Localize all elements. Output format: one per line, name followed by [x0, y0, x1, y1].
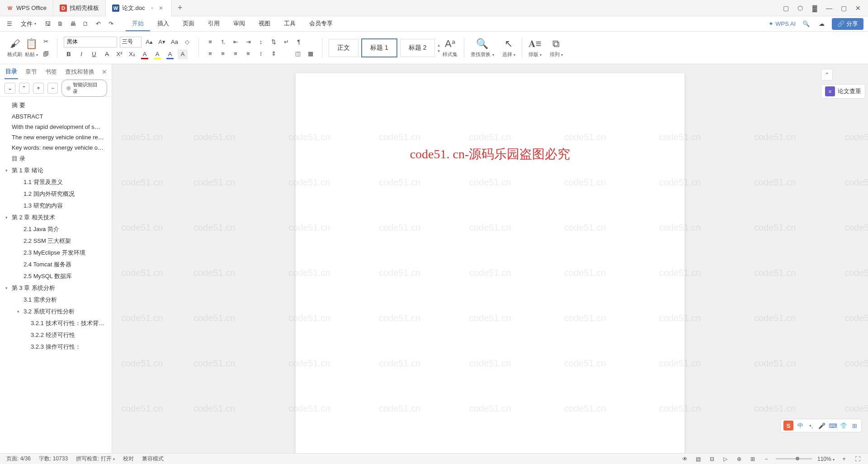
smart-toc-button[interactable]: ◎ 智能识别目录 — [61, 80, 107, 97]
paste-icon[interactable]: 📋 — [25, 38, 38, 50]
toc-item[interactable]: ▾第 2 章 相关技术 — [0, 212, 112, 223]
compat-mode[interactable]: 兼容模式 — [142, 455, 164, 463]
highlight-button[interactable]: A — [152, 49, 162, 59]
toc-item[interactable]: 3.2.1 技术可行性：技术背景 … — [0, 317, 112, 329]
text-effect-button[interactable]: A — [165, 49, 175, 59]
minimize-button[interactable]: — — [825, 4, 834, 13]
word-count[interactable]: 字数: 10733 — [39, 455, 68, 463]
ime-toolbar[interactable]: S 中 •, 🎤 ⌨ 👕 ⊞ — [780, 419, 862, 432]
toc-item[interactable]: ▾第 1 章 绪论 — [0, 165, 112, 176]
cloud-icon[interactable]: ☁ — [816, 19, 826, 29]
style-scroll-down[interactable]: ▾ — [438, 48, 440, 53]
grid-view-icon[interactable]: ⊞ — [749, 455, 757, 463]
toc-item[interactable]: ABSTRACT — [0, 111, 112, 122]
toc-item[interactable]: 2.2 SSM 三大框架 — [0, 235, 112, 247]
italic-button[interactable]: I — [76, 49, 86, 59]
tab-restore-icon[interactable]: ▫ — [151, 5, 154, 11]
toc-item[interactable]: 摘 要 — [0, 99, 112, 111]
subscript-button[interactable]: X₂ — [127, 49, 137, 59]
style-heading-2[interactable]: 标题 2 — [400, 39, 435, 57]
toc-item[interactable]: 1.2 国内外研究概况 — [0, 188, 112, 200]
ime-keyboard-icon[interactable]: ⌨ — [829, 421, 837, 430]
hamburger-icon[interactable]: ☰ — [5, 19, 14, 29]
proof-status[interactable]: 校对 — [123, 455, 134, 463]
line-spacing-icon[interactable]: ⇕ — [269, 49, 278, 59]
ime-skin-icon[interactable]: 👕 — [840, 421, 848, 430]
distribute-icon[interactable]: ⫶ — [256, 49, 266, 59]
redo-icon[interactable]: ↷ — [106, 19, 116, 29]
toc-item[interactable]: 1.1 背景及意义 — [0, 176, 112, 188]
sort-icon[interactable]: ⇅ — [269, 37, 278, 47]
style-heading-1[interactable]: 标题 1 — [361, 38, 397, 57]
text-direction-icon[interactable]: ↕ — [256, 37, 266, 47]
zoom-out-button[interactable]: − — [762, 455, 770, 463]
plagiarism-check-button[interactable]: ≡ 论文查重 — [821, 84, 865, 99]
decrease-font-icon[interactable]: A▾ — [157, 37, 167, 47]
toc-item[interactable]: Key words: new energy vehicle o… — [0, 142, 112, 153]
line-break-icon[interactable]: ↵ — [281, 37, 291, 47]
style-body[interactable]: 正文 — [329, 39, 359, 57]
bullet-list-icon[interactable]: ≡ — [205, 37, 215, 47]
collapse-up-button[interactable]: ⌃ — [19, 83, 30, 94]
menu-tab-会员专享[interactable]: 会员专享 — [303, 17, 339, 31]
add-toc-button[interactable]: + — [33, 83, 44, 94]
show-marks-icon[interactable]: ¶ — [294, 37, 304, 47]
arrange-icon[interactable]: ⧉ — [550, 38, 562, 50]
styles-icon[interactable]: Aᵃ — [444, 38, 457, 50]
eye-icon[interactable]: 👁 — [681, 455, 689, 463]
export-icon[interactable]: 🗎 — [55, 19, 65, 29]
close-tab-icon[interactable]: ✕ — [159, 5, 165, 11]
align-center-icon[interactable]: ≡ — [218, 49, 228, 59]
find-replace-icon[interactable]: 🔍 — [476, 38, 489, 50]
style-scroll-up[interactable]: ▴ — [438, 43, 440, 47]
print-icon[interactable]: 🖶 — [68, 19, 78, 29]
toc-item[interactable]: The new energy vehicle online re… — [0, 132, 112, 142]
align-left-icon[interactable]: ≡ — [205, 49, 215, 59]
toc-item[interactable]: 2.4 Tomcat 服务器 — [0, 259, 112, 270]
fullscreen-icon[interactable]: ⛶ — [854, 455, 862, 463]
expand-right-icon[interactable]: ⌃ — [821, 69, 833, 80]
search-icon[interactable]: 🔍 — [801, 19, 811, 29]
undo-icon[interactable]: ↶ — [93, 19, 103, 29]
decrease-indent-icon[interactable]: ⇤ — [231, 37, 241, 47]
sidebar-tab-目录[interactable]: 目录 — [5, 65, 18, 79]
print-preview-icon[interactable]: 🗋 — [80, 19, 90, 29]
menu-tab-开始[interactable]: 开始 — [126, 17, 150, 31]
tab-wps-office[interactable]: WWPS Office — [0, 0, 53, 16]
chevron-down-icon[interactable]: ▾ — [5, 168, 12, 173]
zoom-level[interactable]: 110% ▾ — [817, 456, 835, 462]
file-menu-button[interactable]: 文件▾ — [17, 18, 40, 30]
menu-tab-插入[interactable]: 插入 — [151, 17, 175, 31]
close-sidebar-icon[interactable]: ✕ — [102, 68, 107, 76]
increase-font-icon[interactable]: A▴ — [144, 37, 154, 47]
layout-icon[interactable]: 𝐀≡ — [528, 38, 541, 50]
clear-format-icon[interactable]: ◇ — [182, 37, 192, 47]
strikethrough-button[interactable]: A̶ — [102, 49, 112, 59]
sidebar-tab-书签[interactable]: 书签 — [44, 65, 58, 79]
toc-item[interactable]: 2.1 Java 简介 — [0, 223, 112, 235]
tab-templates[interactable]: D找稻壳模板 — [53, 0, 106, 16]
copy-icon[interactable]: 🗐 — [41, 49, 51, 59]
toc-item[interactable]: 目 录 — [0, 153, 112, 165]
read-view-icon[interactable]: ▷ — [722, 455, 730, 463]
page-view-icon[interactable]: ▤ — [694, 455, 703, 463]
increase-indent-icon[interactable]: ⇥ — [243, 37, 253, 47]
superscript-button[interactable]: X² — [114, 49, 124, 59]
menu-tab-工具[interactable]: 工具 — [278, 17, 302, 31]
toc-item[interactable]: 2.3 MyEclipse 开发环境 — [0, 247, 112, 259]
remove-toc-button[interactable]: − — [47, 83, 58, 94]
avatar-icon[interactable]: ▓ — [810, 4, 819, 13]
chevron-down-icon[interactable]: ▾ — [17, 309, 24, 314]
toc-item[interactable]: ▾第 3 章 系统分析 — [0, 282, 112, 294]
toc-item[interactable]: 3.1 需求分析 — [0, 294, 112, 306]
format-painter-icon[interactable]: 🖌 — [9, 38, 21, 50]
save-icon[interactable]: 🖫 — [42, 19, 52, 29]
select-icon[interactable]: ↖ — [502, 38, 515, 50]
char-shading-button[interactable]: A — [178, 49, 188, 59]
align-right-icon[interactable]: ≡ — [231, 49, 241, 59]
zoom-slider[interactable] — [776, 458, 812, 459]
close-window-button[interactable]: ✕ — [854, 4, 863, 13]
spell-check-status[interactable]: 拼写检查: 打开 ▾ — [76, 455, 115, 463]
sidebar-tab-章节[interactable]: 章节 — [24, 65, 38, 79]
share-button[interactable]: 🔗 分享 — [832, 18, 863, 30]
